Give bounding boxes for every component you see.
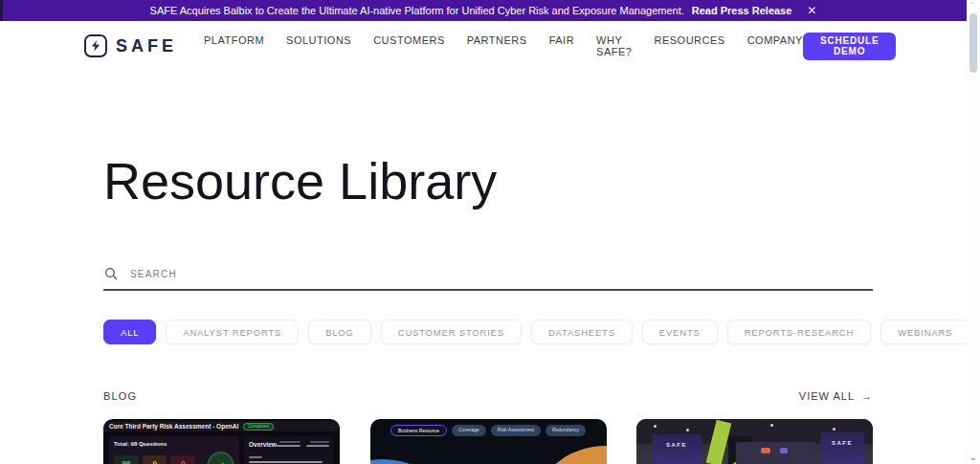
press-release-link[interactable]: Read Press Release [692,5,792,16]
blog-card-event-photo[interactable]: SAFE SAFE [636,419,873,464]
filter-analyst-reports[interactable]: ANALYST REPORTS [166,320,299,344]
card1-body: Total: 98 Questions 98 Answered 0 Pendin… [103,431,340,464]
nav-item-solutions[interactable]: SOLUTIONS [286,34,351,57]
nav-links: PLATFORM SOLUTIONS CUSTOMERS PARTNERS FA… [204,34,803,57]
scrollbar-up-arrow[interactable]: ⌃ [969,1,976,10]
safe-logo-text: SAFE [116,36,177,56]
photo-light [686,429,689,431]
page-title: Resource Library [103,151,873,210]
filter-customer-stories[interactable]: CUSTOMER STORIES [381,320,522,344]
meta-bar [306,445,329,447]
tab-business-resource: Business Resource [390,425,447,436]
meta-bar [274,445,301,447]
arrow-right-icon: → [861,390,873,402]
nav-item-partners[interactable]: PARTNERS [467,34,527,57]
nav-item-resources[interactable]: RESOURCES [654,34,724,57]
top-navigation: SAFE PLATFORM SOLUTIONS CUSTOMERS PARTNE… [0,21,967,71]
view-all-text: VIEW ALL [799,390,855,402]
meta-bar [310,441,329,443]
desc-bar [249,456,262,458]
banner-edge-sliver [0,0,3,21]
nav-item-platform[interactable]: PLATFORM [204,34,264,57]
stat-answered-value: 98 [122,459,130,464]
section-label: BLOG [103,390,137,402]
filter-datasheets[interactable]: DATASHEETS [531,320,633,344]
blog-section-header: BLOG VIEW ALL → [103,390,873,402]
safe-logo-icon [84,34,107,57]
photo-banner-right: SAFE [820,432,864,464]
card1-stats: 98 Answered 0 Pending 0 Flagged ✓ [114,452,234,464]
card1-overview-panel: Overview [244,436,334,464]
nav-item-customers[interactable]: CUSTOMERS [373,34,445,57]
check-circle-icon: ✓ [207,452,234,464]
tab-coverage: Coverage [452,425,486,436]
card1-total-questions: Total: 98 Questions [114,441,234,447]
filter-webinars[interactable]: WEBINARS [880,320,969,344]
tab-risk-assessment: Risk Assessment [491,425,541,436]
filter-blog[interactable]: BLOG [308,320,371,344]
filter-all[interactable]: ALL [103,320,156,344]
photo-banner-safe-text: SAFE [820,440,864,446]
stat-flagged-value: 0 [181,459,185,464]
photo-light [654,425,657,428]
nav-item-company[interactable]: COMPANY [747,34,803,57]
card1-description-text [249,456,329,464]
card2-tabs: Business Resource Coverage Risk Assessme… [370,425,607,436]
filter-reports-research[interactable]: REPORTS-RESEARCH [727,320,872,344]
card1-meta-text [274,441,329,447]
scrollbar-thumb[interactable] [969,13,977,73]
nav-item-why-safe[interactable]: WHY SAFE? [596,34,632,57]
filter-events[interactable]: EVENTS [642,320,718,344]
stat-pending: 0 Pending [143,455,167,464]
card1-menu-dots-icon: ⋯ [328,423,334,430]
meta-bar [279,441,301,443]
photo-light [833,428,835,431]
photo-banner-safe-text: SAFE [652,442,702,448]
screen-blip [761,448,770,453]
search-icon [103,266,119,281]
blog-cards-row: Core Third Party Risk Assessment - OpenA… [103,419,873,464]
main-content: Resource Library ALL ANALYST REPORTS BLO… [0,71,967,464]
blog-card-assessment[interactable]: Core Third Party Risk Assessment - OpenA… [103,419,340,464]
card1-title: Core Third Party Risk Assessment - OpenA… [109,423,238,430]
announcement-banner: SAFE Acquires Balbix to Create the Ultim… [0,0,967,21]
desc-bar [249,461,323,463]
search-input[interactable] [130,269,873,279]
close-icon[interactable]: ✕ [807,4,816,17]
tab-redundancy: Redundancy [546,425,586,436]
card1-status-badge: Completed [243,423,274,431]
stat-flagged: 0 Flagged [170,455,195,464]
blog-card-dashboard[interactable]: Business Resource Coverage Risk Assessme… [370,419,607,464]
card1-questions-panel: Total: 98 Questions 98 Answered 0 Pendin… [109,436,239,464]
filter-pills: ALL ANALYST REPORTS BLOG CUSTOMER STORIE… [103,320,873,344]
view-all-link[interactable]: VIEW ALL → [799,390,873,402]
photo-light [770,424,773,427]
scrollbar[interactable]: ⌃ ⌄ [967,0,980,464]
search-bar[interactable] [103,260,873,291]
scrollbar-down-arrow[interactable]: ⌄ [969,453,977,462]
banner-text: SAFE Acquires Balbix to Create the Ultim… [150,5,684,16]
photo-banner-left: SAFE [652,434,702,464]
stat-answered: 98 Answered [114,455,139,464]
stat-pending-value: 0 [152,459,156,464]
photo-screen [736,442,816,464]
card1-titlebar: Core Third Party Risk Assessment - OpenA… [103,421,340,431]
nav-item-fair[interactable]: FAIR [549,34,574,57]
schedule-demo-button[interactable]: SCHEDULE DEMO [803,33,896,60]
screen-blip [780,448,788,453]
safe-logo[interactable]: SAFE [84,34,177,57]
